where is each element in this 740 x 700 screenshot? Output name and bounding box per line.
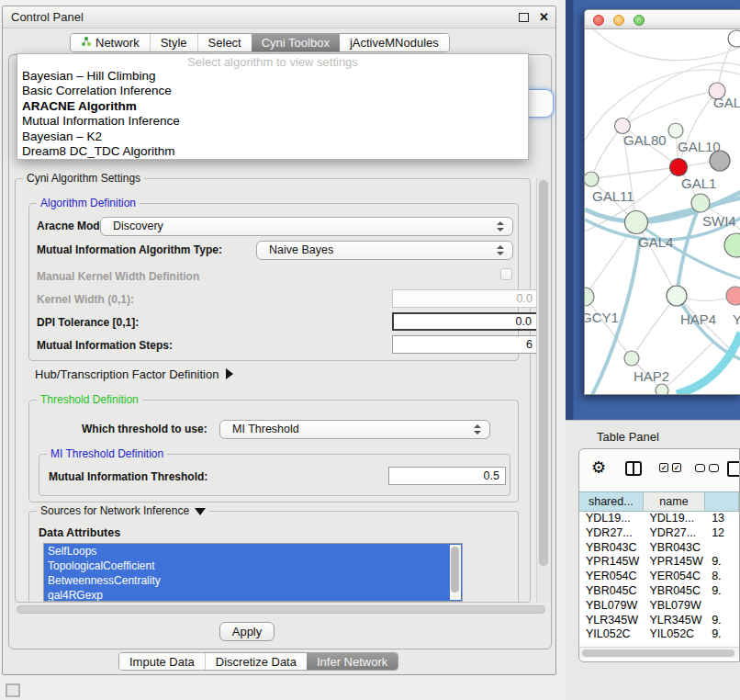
- cyni-algorithm-settings-group: Cyni Algorithm Settings Algorithm Defini…: [15, 178, 531, 603]
- table-horizontal-scrollbar[interactable]: [579, 647, 739, 658]
- network-node[interactable]: [625, 211, 648, 234]
- bottom-tabbar: Impute DataDiscretize DataInfer Network: [118, 652, 398, 671]
- table-row[interactable]: YDR27...YDR27...12: [579, 526, 739, 541]
- sources-group-title[interactable]: Sources for Network Inference: [37, 504, 209, 517]
- sources-title-text: Sources for Network Inference: [40, 504, 189, 517]
- document-icon[interactable]: [727, 461, 740, 477]
- collapse-arrow-icon: [195, 508, 206, 515]
- tab-discretize-data[interactable]: Discretize Data: [205, 653, 307, 670]
- select-all-icon[interactable]: ✓ ✓: [659, 463, 681, 472]
- list-scrollbar[interactable]: [450, 545, 461, 600]
- manual-kernel-checkbox[interactable]: [500, 268, 512, 280]
- mi-type-label: Mutual Information Algorithm Type:: [37, 243, 222, 256]
- columns-icon[interactable]: [625, 461, 642, 476]
- network-node[interactable]: [615, 119, 631, 134]
- tab-network[interactable]: Network: [71, 34, 150, 51]
- table-cell: YIL052C: [579, 627, 643, 642]
- tab-label: Network: [95, 36, 140, 50]
- dropdown-item-dream8-dc-tdc-algorithm[interactable]: Dream8 DC_TDC Algorithm: [17, 144, 528, 159]
- table-row[interactable]: YER054CYER054C8.: [579, 570, 739, 584]
- dropdown-item-aracne-algorithm[interactable]: ARACNE Algorithm: [17, 99, 528, 114]
- aracne-mode-select[interactable]: Discovery: [100, 217, 513, 236]
- settings-horizontal-scrollbar[interactable]: [15, 604, 550, 615]
- tab-select[interactable]: Select: [197, 34, 252, 51]
- table-cell: 8.: [705, 570, 739, 584]
- checked-checkbox-icon: ✓: [659, 463, 668, 472]
- close-icon[interactable]: ✕: [539, 9, 549, 26]
- network-node[interactable]: [585, 288, 594, 306]
- network-node[interactable]: [585, 172, 599, 186]
- algorithm-combobox-fragment[interactable]: [529, 89, 554, 118]
- combo-arrows-icon: [497, 245, 504, 256]
- apply-button[interactable]: Apply: [219, 622, 275, 641]
- gear-icon[interactable]: ⚙: [591, 459, 606, 476]
- attribute-item-gal4rgexp[interactable]: gal4RGexp: [44, 588, 462, 602]
- table-cell: YDL19...: [579, 512, 643, 526]
- scrollbar-thumb[interactable]: [582, 649, 734, 657]
- column-header-name[interactable]: name: [644, 492, 706, 511]
- control-panel-window: Control Panel ✕ NetworkStyleSelectCyni T…: [2, 6, 556, 675]
- tab-jactivemnodules[interactable]: jActiveMNodules: [340, 34, 449, 51]
- network-node[interactable]: [724, 233, 740, 257]
- node-table: shared...name: [579, 491, 739, 512]
- close-traffic-light-icon[interactable]: [593, 15, 604, 26]
- network-view-window: GALGAL80GAL10GAL1SWI4GAL11GAL4GCY1HAP4YH…: [584, 9, 740, 395]
- dpi-tolerance-input[interactable]: 0.0: [392, 312, 539, 331]
- tab-impute-data[interactable]: Impute Data: [119, 653, 205, 670]
- mi-threshold-input[interactable]: 0.5: [388, 467, 506, 485]
- dropdown-item-basic-correlation-inference[interactable]: Basic Correlation Inference: [17, 84, 528, 98]
- network-node[interactable]: [670, 159, 688, 176]
- node-label-gal11: GAL11: [592, 188, 634, 204]
- network-node[interactable]: [624, 351, 639, 366]
- table-row[interactable]: YBR043CYBR043C: [579, 541, 739, 556]
- zoom-traffic-light-icon[interactable]: [633, 15, 645, 26]
- network-node[interactable]: [668, 123, 683, 138]
- table-cell: YBL079W: [579, 599, 643, 614]
- network-node[interactable]: [667, 286, 687, 306]
- table-row[interactable]: YLR345WYLR345W9.: [579, 614, 739, 628]
- network-node[interactable]: [728, 30, 740, 47]
- table-row[interactable]: YPR145WYPR145W9.: [579, 555, 739, 570]
- network-node[interactable]: [656, 384, 668, 395]
- attribute-item-selfloops[interactable]: SelfLoops: [44, 544, 462, 559]
- scrollbar-thumb[interactable]: [539, 180, 548, 566]
- kernel-width-input[interactable]: 0.0: [392, 289, 539, 308]
- dropdown-item-bayesian-hill-climbing[interactable]: Bayesian – Hill Climbing: [17, 69, 528, 84]
- network-window-titlebar: [585, 10, 740, 29]
- combo-arrows-icon: [497, 221, 504, 232]
- table-row[interactable]: YIL052CYIL052C9.: [579, 627, 739, 642]
- panel-grip-icon[interactable]: [6, 683, 20, 697]
- mi-type-select[interactable]: Naive Bayes: [256, 241, 513, 260]
- which-threshold-label: Which threshold to use:: [82, 423, 207, 435]
- table-row[interactable]: YBR045CYBR045C9.: [579, 584, 739, 599]
- combo-arrows-icon: [474, 424, 481, 435]
- minimize-traffic-light-icon[interactable]: [613, 15, 624, 26]
- table-row[interactable]: YDL19...YDL19...13: [579, 512, 739, 526]
- tab-style[interactable]: Style: [150, 34, 197, 51]
- tab-cyni-toolbox[interactable]: Cyni Toolbox: [252, 34, 340, 51]
- scrollbar-thumb[interactable]: [451, 547, 459, 593]
- attribute-item-topologicalcoefficient[interactable]: TopologicalCoefficient: [44, 559, 462, 573]
- which-threshold-select[interactable]: MI Threshold: [219, 420, 490, 439]
- attribute-item-betweennesscentrality[interactable]: BetweennessCentrality: [44, 573, 462, 588]
- network-node[interactable]: [726, 287, 740, 305]
- network-canvas[interactable]: GALGAL80GAL10GAL1SWI4GAL11GAL4GCY1HAP4YH…: [585, 29, 740, 395]
- column-header-shared-[interactable]: shared...: [579, 492, 644, 511]
- group-title: Algorithm Definition: [37, 197, 140, 209]
- scrollbar-thumb[interactable]: [17, 605, 545, 614]
- hub-definition-expander[interactable]: Hub/Transcription Factor Definition: [35, 367, 233, 381]
- table-header-row: shared...name: [579, 491, 739, 512]
- settings-vertical-scrollbar[interactable]: [536, 178, 550, 603]
- application-root: Control Panel ✕ NetworkStyleSelectCyni T…: [0, 0, 740, 700]
- data-attributes-list[interactable]: SelfLoopsTopologicalCoefficientBetweenne…: [43, 543, 463, 602]
- table-row[interactable]: YBL079WYBL079W: [579, 599, 739, 614]
- dropdown-item-bayesian-k2[interactable]: Bayesian – K2: [17, 130, 528, 144]
- deselect-all-icon[interactable]: [695, 464, 719, 472]
- column-header-clipped[interactable]: [705, 492, 739, 511]
- dropdown-item-mutual-information-inference[interactable]: Mutual Information Inference: [17, 114, 528, 129]
- network-node[interactable]: [691, 194, 710, 212]
- mi-steps-input[interactable]: 6: [392, 335, 539, 354]
- table-toolbar: ⚙ ✓ ✓: [579, 449, 739, 491]
- float-window-icon[interactable]: [519, 13, 529, 22]
- tab-infer-network[interactable]: Infer Network: [307, 653, 398, 670]
